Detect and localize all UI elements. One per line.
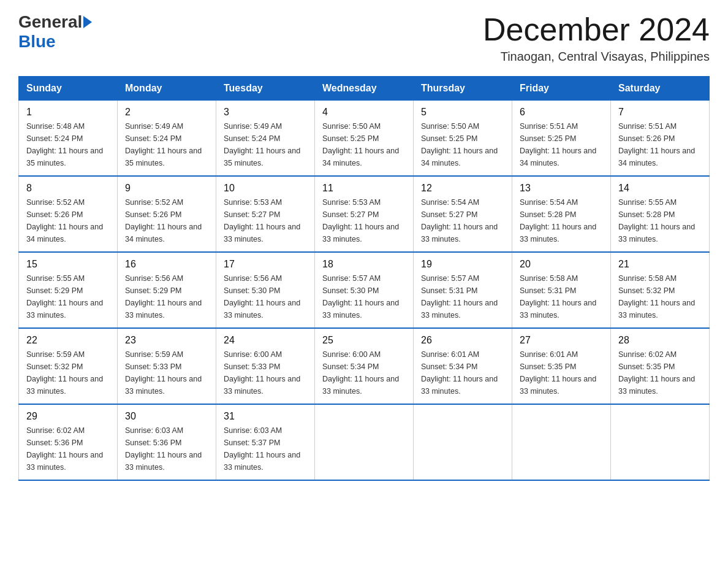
day-info: Sunrise: 5:55 AMSunset: 5:29 PMDaylight:… [26,272,110,321]
day-number: 26 [421,335,504,346]
day-number: 22 [26,335,110,346]
day-info: Sunrise: 5:56 AMSunset: 5:30 PMDaylight:… [224,272,307,321]
day-info: Sunrise: 5:53 AMSunset: 5:27 PMDaylight:… [322,196,406,245]
calendar-cell: 23 Sunrise: 5:59 AMSunset: 5:33 PMDaylig… [118,328,216,404]
day-number: 10 [224,183,307,194]
day-number: 31 [224,411,307,422]
calendar-week-row: 29 Sunrise: 6:02 AMSunset: 5:36 PMDaylig… [19,404,710,480]
calendar-cell: 16 Sunrise: 5:56 AMSunset: 5:29 PMDaylig… [118,252,216,328]
calendar-cell: 25 Sunrise: 6:00 AMSunset: 5:34 PMDaylig… [315,328,414,404]
day-info: Sunrise: 5:59 AMSunset: 5:32 PMDaylight:… [26,348,110,397]
day-number: 24 [224,335,307,346]
day-info: Sunrise: 5:51 AMSunset: 5:26 PMDaylight:… [618,120,702,169]
day-number: 8 [26,183,110,194]
day-info: Sunrise: 5:49 AMSunset: 5:24 PMDaylight:… [125,120,208,169]
calendar-cell: 22 Sunrise: 5:59 AMSunset: 5:32 PMDaylig… [19,328,118,404]
day-info: Sunrise: 6:01 AMSunset: 5:35 PMDaylight:… [520,348,603,397]
day-number: 12 [421,183,504,194]
day-number: 9 [125,183,208,194]
calendar-cell: 8 Sunrise: 5:52 AMSunset: 5:26 PMDayligh… [19,176,118,252]
day-number: 28 [618,335,702,346]
day-number: 29 [26,411,110,422]
weekday-header-tuesday: Tuesday [216,77,315,101]
day-info: Sunrise: 6:01 AMSunset: 5:34 PMDaylight:… [421,348,504,397]
calendar-cell [611,404,710,480]
day-info: Sunrise: 5:50 AMSunset: 5:25 PMDaylight:… [421,120,504,169]
day-number: 21 [618,259,702,270]
day-info: Sunrise: 5:54 AMSunset: 5:28 PMDaylight:… [520,196,603,245]
calendar-cell: 26 Sunrise: 6:01 AMSunset: 5:34 PMDaylig… [414,328,512,404]
title-area: December 2024 Tinaogan, Central Visayas,… [483,12,710,64]
calendar-cell: 30 Sunrise: 6:03 AMSunset: 5:36 PMDaylig… [118,404,216,480]
day-info: Sunrise: 5:48 AMSunset: 5:24 PMDaylight:… [26,120,110,169]
calendar-cell: 3 Sunrise: 5:49 AMSunset: 5:24 PMDayligh… [216,101,315,177]
weekday-header-saturday: Saturday [611,77,710,101]
day-info: Sunrise: 5:54 AMSunset: 5:27 PMDaylight:… [421,196,504,245]
day-number: 16 [125,259,208,270]
logo-blue-text: Blue [18,32,56,52]
day-info: Sunrise: 5:58 AMSunset: 5:31 PMDaylight:… [520,272,603,321]
day-info: Sunrise: 5:55 AMSunset: 5:28 PMDaylight:… [618,196,702,245]
logo-arrow-icon [83,16,92,28]
logo-general-text: General [18,12,82,32]
day-number: 3 [224,107,307,118]
day-number: 1 [26,107,110,118]
day-number: 6 [520,107,603,118]
day-number: 20 [520,259,603,270]
calendar-week-row: 1 Sunrise: 5:48 AMSunset: 5:24 PMDayligh… [19,101,710,177]
calendar-cell [414,404,512,480]
day-number: 23 [125,335,208,346]
calendar-cell: 13 Sunrise: 5:54 AMSunset: 5:28 PMDaylig… [512,176,611,252]
calendar-cell: 15 Sunrise: 5:55 AMSunset: 5:29 PMDaylig… [19,252,118,328]
calendar-cell: 10 Sunrise: 5:53 AMSunset: 5:27 PMDaylig… [216,176,315,252]
day-info: Sunrise: 5:50 AMSunset: 5:25 PMDaylight:… [322,120,406,169]
day-number: 11 [322,183,406,194]
day-info: Sunrise: 5:51 AMSunset: 5:25 PMDaylight:… [520,120,603,169]
weekday-header-thursday: Thursday [414,77,512,101]
calendar-cell: 14 Sunrise: 5:55 AMSunset: 5:28 PMDaylig… [611,176,710,252]
calendar-week-row: 15 Sunrise: 5:55 AMSunset: 5:29 PMDaylig… [19,252,710,328]
page-header: General Blue December 2024 Tinaogan, Cen… [18,12,710,64]
calendar-table: SundayMondayTuesdayWednesdayThursdayFrid… [18,76,710,481]
calendar-cell: 29 Sunrise: 6:02 AMSunset: 5:36 PMDaylig… [19,404,118,480]
location-title: Tinaogan, Central Visayas, Philippines [483,50,710,64]
calendar-week-row: 22 Sunrise: 5:59 AMSunset: 5:32 PMDaylig… [19,328,710,404]
logo: General Blue [18,12,93,52]
day-info: Sunrise: 5:52 AMSunset: 5:26 PMDaylight:… [26,196,110,245]
calendar-cell [512,404,611,480]
day-number: 14 [618,183,702,194]
calendar-body: 1 Sunrise: 5:48 AMSunset: 5:24 PMDayligh… [19,101,710,481]
weekday-header-monday: Monday [118,77,216,101]
weekday-header-row: SundayMondayTuesdayWednesdayThursdayFrid… [19,77,710,101]
calendar-cell: 4 Sunrise: 5:50 AMSunset: 5:25 PMDayligh… [315,101,414,177]
calendar-cell: 19 Sunrise: 5:57 AMSunset: 5:31 PMDaylig… [414,252,512,328]
calendar-cell: 5 Sunrise: 5:50 AMSunset: 5:25 PMDayligh… [414,101,512,177]
calendar-cell: 24 Sunrise: 6:00 AMSunset: 5:33 PMDaylig… [216,328,315,404]
calendar-week-row: 8 Sunrise: 5:52 AMSunset: 5:26 PMDayligh… [19,176,710,252]
calendar-header: SundayMondayTuesdayWednesdayThursdayFrid… [19,77,710,101]
calendar-cell: 11 Sunrise: 5:53 AMSunset: 5:27 PMDaylig… [315,176,414,252]
calendar-cell: 2 Sunrise: 5:49 AMSunset: 5:24 PMDayligh… [118,101,216,177]
day-number: 25 [322,335,406,346]
day-info: Sunrise: 6:03 AMSunset: 5:37 PMDaylight:… [224,424,307,473]
day-info: Sunrise: 5:53 AMSunset: 5:27 PMDaylight:… [224,196,307,245]
calendar-cell: 28 Sunrise: 6:02 AMSunset: 5:35 PMDaylig… [611,328,710,404]
calendar-cell: 9 Sunrise: 5:52 AMSunset: 5:26 PMDayligh… [118,176,216,252]
calendar-cell: 21 Sunrise: 5:58 AMSunset: 5:32 PMDaylig… [611,252,710,328]
day-number: 2 [125,107,208,118]
day-info: Sunrise: 5:52 AMSunset: 5:26 PMDaylight:… [125,196,208,245]
day-info: Sunrise: 6:00 AMSunset: 5:34 PMDaylight:… [322,348,406,397]
day-info: Sunrise: 5:58 AMSunset: 5:32 PMDaylight:… [618,272,702,321]
calendar-cell: 17 Sunrise: 5:56 AMSunset: 5:30 PMDaylig… [216,252,315,328]
calendar-cell: 27 Sunrise: 6:01 AMSunset: 5:35 PMDaylig… [512,328,611,404]
day-info: Sunrise: 5:57 AMSunset: 5:31 PMDaylight:… [421,272,504,321]
weekday-header-wednesday: Wednesday [315,77,414,101]
calendar-cell: 7 Sunrise: 5:51 AMSunset: 5:26 PMDayligh… [611,101,710,177]
calendar-cell: 31 Sunrise: 6:03 AMSunset: 5:37 PMDaylig… [216,404,315,480]
calendar-cell: 20 Sunrise: 5:58 AMSunset: 5:31 PMDaylig… [512,252,611,328]
calendar-cell [315,404,414,480]
day-info: Sunrise: 6:00 AMSunset: 5:33 PMDaylight:… [224,348,307,397]
day-number: 15 [26,259,110,270]
day-number: 7 [618,107,702,118]
day-number: 4 [322,107,406,118]
